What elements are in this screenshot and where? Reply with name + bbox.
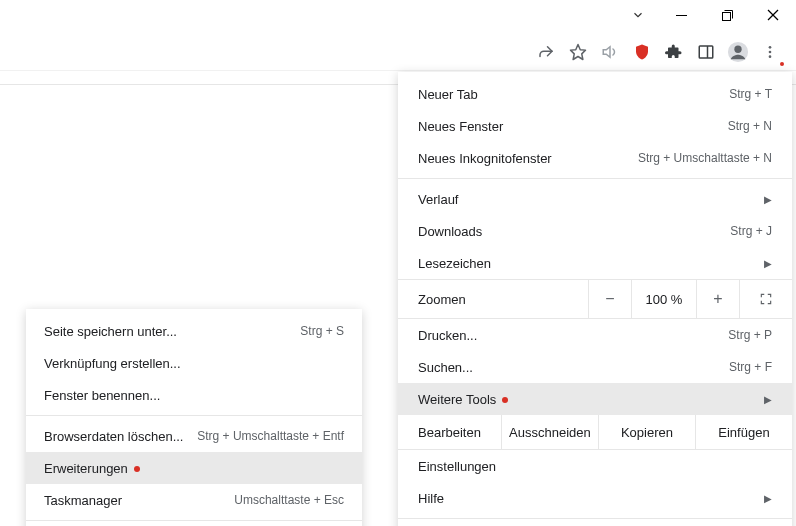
menu-print[interactable]: Drucken... Strg + P [398, 319, 792, 351]
menu-item-label: Neues Inkognitofenster [418, 151, 638, 166]
share-icon [537, 43, 555, 61]
menu-item-label: Einstellungen [418, 459, 772, 474]
minimize-icon [676, 10, 687, 21]
edit-copy-button[interactable]: Kopieren [598, 415, 695, 449]
submenu-item-shortcut: Strg + S [300, 324, 344, 338]
menu-item-label: Neuer Tab [418, 87, 729, 102]
menu-downloads[interactable]: Downloads Strg + J [398, 215, 792, 247]
submenu-arrow-icon: ▶ [764, 394, 772, 405]
menu-item-shortcut: Strg + N [728, 119, 772, 133]
svg-point-10 [769, 46, 772, 49]
browser-toolbar [0, 34, 796, 71]
bookmark-star-button[interactable] [562, 36, 594, 68]
sound-icon [601, 43, 619, 61]
menu-new-window[interactable]: Neues Fenster Strg + N [398, 110, 792, 142]
menu-item-shortcut: Strg + F [729, 360, 772, 374]
menu-new-tab[interactable]: Neuer Tab Strg + T [398, 78, 792, 110]
chevron-down-icon [631, 8, 645, 22]
sound-button[interactable] [594, 36, 626, 68]
submenu-extensions[interactable]: Erweiterungen [26, 452, 362, 484]
menu-history[interactable]: Verlauf ▶ [398, 183, 792, 215]
fullscreen-button[interactable] [740, 280, 792, 318]
menu-help[interactable]: Hilfe ▶ [398, 482, 792, 514]
menu-item-label: Weitere Tools [418, 392, 756, 407]
menu-settings[interactable]: Einstellungen [398, 450, 792, 482]
submenu-taskmanager[interactable]: Taskmanager Umschalttaste + Esc [26, 484, 362, 516]
menu-separator [26, 415, 362, 416]
dots-vertical-icon [762, 44, 778, 60]
menu-edit-row: Bearbeiten Ausschneiden Kopieren Einfüge… [398, 415, 792, 450]
window-controls [618, 0, 796, 30]
submenu-item-label: Browserdaten löschen... [44, 429, 197, 444]
submenu-name-window[interactable]: Fenster benennen... [26, 379, 362, 411]
maximize-icon [722, 10, 733, 21]
shield-extension-button[interactable] [626, 36, 658, 68]
zoom-in-button[interactable]: + [697, 280, 740, 318]
menu-bookmarks[interactable]: Lesezeichen ▶ [398, 247, 792, 279]
submenu-item-label: Fenster benennen... [44, 388, 344, 403]
menu-item-label: Downloads [418, 224, 730, 239]
extensions-button[interactable] [658, 36, 690, 68]
menu-separator [398, 178, 792, 179]
share-button[interactable] [530, 36, 562, 68]
chrome-menu-button[interactable] [754, 36, 786, 68]
submenu-item-label: Taskmanager [44, 493, 234, 508]
shield-icon [633, 43, 651, 61]
svg-rect-1 [722, 12, 730, 20]
profile-icon [727, 41, 749, 63]
zoom-value: 100 % [632, 280, 697, 318]
edit-actions: Ausschneiden Kopieren Einfügen [501, 415, 792, 449]
submenu-item-shortcut: Strg + Umschalttaste + Entf [197, 429, 344, 443]
menu-new-incognito[interactable]: Neues Inkognitofenster Strg + Umschaltta… [398, 142, 792, 174]
menu-item-shortcut: Strg + T [729, 87, 772, 101]
submenu-clear-data[interactable]: Browserdaten löschen... Strg + Umschaltt… [26, 420, 362, 452]
fullscreen-icon [759, 292, 773, 306]
menu-item-label: Verlauf [418, 192, 756, 207]
svg-marker-5 [603, 47, 610, 58]
notification-dot [780, 62, 784, 66]
star-icon [569, 43, 587, 61]
submenu-save-page[interactable]: Seite speichern unter... Strg + S [26, 315, 362, 347]
submenu-arrow-icon: ▶ [764, 258, 772, 269]
zoom-label: Zoomen [418, 292, 588, 307]
svg-point-12 [769, 55, 772, 58]
minimize-button[interactable] [658, 0, 704, 30]
submenu-create-shortcut[interactable]: Verknüpfung erstellen... [26, 347, 362, 379]
edit-label: Bearbeiten [398, 425, 501, 440]
tab-dropdown-button[interactable] [618, 0, 658, 30]
svg-rect-6 [699, 46, 713, 58]
zoom-out-button[interactable]: − [589, 280, 632, 318]
zoom-controls: − 100 % + [588, 280, 792, 318]
profile-button[interactable] [722, 36, 754, 68]
close-icon [767, 9, 779, 21]
menu-separator [26, 520, 362, 521]
menu-item-label: Drucken... [418, 328, 728, 343]
menu-item-label: Neues Fenster [418, 119, 728, 134]
menu-item-shortcut: Strg + Umschalttaste + N [638, 151, 772, 165]
submenu-item-label: Verknüpfung erstellen... [44, 356, 344, 371]
svg-marker-4 [571, 45, 586, 60]
submenu-arrow-icon: ▶ [764, 194, 772, 205]
annotation-dot [502, 397, 508, 403]
menu-item-label: Hilfe [418, 491, 756, 506]
menu-item-label: Lesezeichen [418, 256, 756, 271]
edit-paste-button[interactable]: Einfügen [695, 415, 792, 449]
close-button[interactable] [750, 0, 796, 30]
menu-separator [398, 518, 792, 519]
sidepanel-button[interactable] [690, 36, 722, 68]
menu-item-label: Suchen... [418, 360, 729, 375]
puzzle-icon [665, 43, 683, 61]
edit-cut-button[interactable]: Ausschneiden [501, 415, 598, 449]
menu-item-shortcut: Strg + P [728, 328, 772, 342]
menu-zoom-row: Zoomen − 100 % + [398, 279, 792, 319]
chrome-main-menu: Neuer Tab Strg + T Neues Fenster Strg + … [398, 72, 792, 526]
sidepanel-icon [697, 43, 715, 61]
svg-point-9 [734, 46, 741, 53]
submenu-item-label: Seite speichern unter... [44, 324, 300, 339]
menu-more-tools[interactable]: Weitere Tools ▶ [398, 383, 792, 415]
menu-find[interactable]: Suchen... Strg + F [398, 351, 792, 383]
submenu-arrow-icon: ▶ [764, 493, 772, 504]
annotation-dot [134, 466, 140, 472]
maximize-button[interactable] [704, 0, 750, 30]
submenu-item-label: Erweiterungen [44, 461, 344, 476]
